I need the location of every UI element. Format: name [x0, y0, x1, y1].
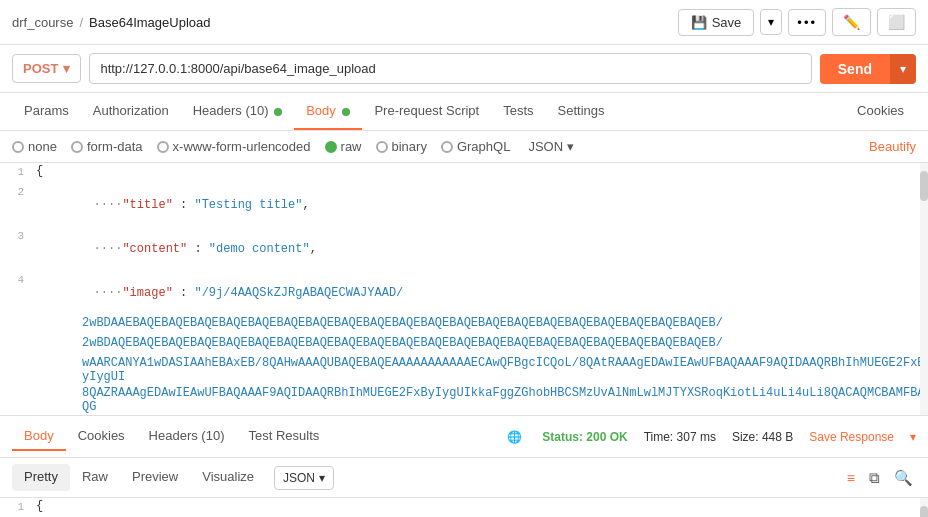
- resp-tab-raw[interactable]: Raw: [70, 464, 120, 491]
- bottom-tab-headers[interactable]: Headers (10): [137, 422, 237, 451]
- search-icon-button[interactable]: 🔍: [891, 466, 916, 490]
- bottom-tab-cookies[interactable]: Cookies: [66, 422, 137, 451]
- response-status-info: 🌐 Status: 200 OK Time: 307 ms Size: 448 …: [507, 430, 916, 444]
- req-line-3: 3 ····"content" : "demo content",: [0, 227, 928, 271]
- url-input[interactable]: [89, 53, 811, 84]
- tab-headers[interactable]: Headers (10): [181, 93, 295, 130]
- breadcrumb-project[interactable]: drf_course: [12, 15, 73, 30]
- response-code-lines: 1 { 2 ····"title": "Testing title", 3 ··…: [0, 498, 928, 517]
- tab-params[interactable]: Params: [12, 93, 81, 130]
- tab-tests[interactable]: Tests: [491, 93, 545, 130]
- headers-badge: [274, 108, 282, 116]
- option-binary[interactable]: binary: [376, 139, 427, 154]
- save-button[interactable]: 💾 Save: [678, 9, 755, 36]
- option-raw[interactable]: raw: [325, 139, 362, 154]
- json-format-dropdown[interactable]: JSON ▾: [528, 139, 574, 154]
- bottom-panel: Body Cookies Headers (10) Test Results 🌐…: [0, 416, 928, 517]
- option-graphql[interactable]: GraphQL: [441, 139, 510, 154]
- req-line-4a: 2wBDAAEBAQEBAQEBAQEBAQEBAQEBAQEBAQEBAQEB…: [0, 315, 928, 335]
- breadcrumb: drf_course / Base64ImageUpload: [12, 15, 210, 30]
- response-icons: ≡ ⧉ 🔍: [844, 466, 916, 490]
- bottom-tab-test-results[interactable]: Test Results: [236, 422, 331, 451]
- resp-tab-pretty[interactable]: Pretty: [12, 464, 70, 491]
- breadcrumb-current: Base64ImageUpload: [89, 15, 210, 30]
- radio-form-data: [71, 141, 83, 153]
- format-chevron-icon: ▾: [319, 471, 325, 485]
- resp-tab-preview[interactable]: Preview: [120, 464, 190, 491]
- bottom-status-bar: Body Cookies Headers (10) Test Results 🌐…: [0, 416, 928, 458]
- copy-icon-button[interactable]: ⧉: [866, 466, 883, 490]
- globe-icon: 🌐: [507, 430, 522, 444]
- response-time: Time: 307 ms: [644, 430, 716, 444]
- radio-urlencoded: [157, 141, 169, 153]
- more-options-button[interactable]: •••: [788, 9, 826, 36]
- breadcrumb-separator: /: [79, 15, 83, 30]
- send-button[interactable]: Send: [820, 54, 890, 84]
- save-response-chevron-icon[interactable]: ▾: [910, 430, 916, 444]
- req-line-4c: wAARCANYA1wDASIAAhEBAxEB/8QAHwAAAQUBAQEB…: [0, 355, 928, 385]
- option-urlencoded[interactable]: x-www-form-urlencoded: [157, 139, 311, 154]
- layout-icon-button[interactable]: ⬜: [877, 8, 916, 36]
- save-dropdown-button[interactable]: ▾: [760, 9, 782, 35]
- req-line-1: 1 {: [0, 163, 928, 183]
- radio-none: [12, 141, 24, 153]
- body-active-dot: [342, 108, 350, 116]
- send-group: Send ▾: [820, 54, 916, 84]
- req-line-4: 4 ····"image" : "/9j/4AAQSkZJRgABAQECWAJ…: [0, 271, 928, 315]
- resp-line-1: 1 {: [0, 498, 928, 517]
- edit-icon-button[interactable]: ✏️: [832, 8, 871, 36]
- radio-graphql: [441, 141, 453, 153]
- filter-icon-button[interactable]: ≡: [844, 467, 858, 489]
- radio-raw: [325, 141, 337, 153]
- tab-cookies[interactable]: Cookies: [845, 93, 916, 130]
- tab-body[interactable]: Body: [294, 93, 362, 130]
- req-line-4b: 2wBDAQEBAQEBAQEBAQEBAQEBAQEBAQEBAQEBAQEB…: [0, 335, 928, 355]
- response-scrollbar-thumb[interactable]: [920, 506, 928, 517]
- option-form-data[interactable]: form-data: [71, 139, 143, 154]
- request-tabs-bar: Params Authorization Headers (10) Body P…: [0, 93, 928, 131]
- save-disk-icon: 💾: [691, 15, 707, 30]
- save-response-button[interactable]: Save Response: [809, 430, 894, 444]
- response-size: Size: 448 B: [732, 430, 793, 444]
- response-body-editor[interactable]: 1 { 2 ····"title": "Testing title", 3 ··…: [0, 498, 928, 517]
- response-toolbar: Pretty Raw Preview Visualize JSON ▾ ≡ ⧉ …: [0, 458, 928, 498]
- save-label: Save: [712, 15, 742, 30]
- top-bar: drf_course / Base64ImageUpload 💾 Save ▾ …: [0, 0, 928, 45]
- response-format-dropdown[interactable]: JSON ▾: [274, 466, 334, 490]
- method-label: POST: [23, 61, 58, 76]
- body-options-bar: none form-data x-www-form-urlencoded raw…: [0, 131, 928, 163]
- option-none[interactable]: none: [12, 139, 57, 154]
- request-scrollbar-track[interactable]: [920, 163, 928, 415]
- request-scrollbar-thumb[interactable]: [920, 171, 928, 201]
- method-chevron-icon: ▾: [63, 61, 70, 76]
- url-bar: POST ▾ Send ▾: [0, 45, 928, 93]
- request-code-lines: 1 { 2 ····"title" : "Testing title", 3 ·…: [0, 163, 928, 415]
- req-line-4d: 8QAZRAAAgEDAwIEAwUFBAQAAAF9AQIDAAQRBhIhM…: [0, 385, 928, 415]
- status-badge: Status: 200 OK: [542, 430, 627, 444]
- beautify-button[interactable]: Beautify: [869, 139, 916, 154]
- req-line-2: 2 ····"title" : "Testing title",: [0, 183, 928, 227]
- tab-settings[interactable]: Settings: [546, 93, 617, 130]
- request-body-editor[interactable]: 1 { 2 ····"title" : "Testing title", 3 ·…: [0, 163, 928, 416]
- send-dropdown-button[interactable]: ▾: [890, 54, 916, 84]
- bottom-tab-body[interactable]: Body: [12, 422, 66, 451]
- resp-tab-visualize[interactable]: Visualize: [190, 464, 266, 491]
- json-chevron-icon: ▾: [567, 139, 574, 154]
- radio-binary: [376, 141, 388, 153]
- method-dropdown[interactable]: POST ▾: [12, 54, 81, 83]
- tab-pre-request[interactable]: Pre-request Script: [362, 93, 491, 130]
- tab-authorization[interactable]: Authorization: [81, 93, 181, 130]
- top-bar-actions: 💾 Save ▾ ••• ✏️ ⬜: [678, 8, 916, 36]
- response-tabs: Body Cookies Headers (10) Test Results: [12, 422, 495, 451]
- response-scrollbar-track[interactable]: [920, 498, 928, 517]
